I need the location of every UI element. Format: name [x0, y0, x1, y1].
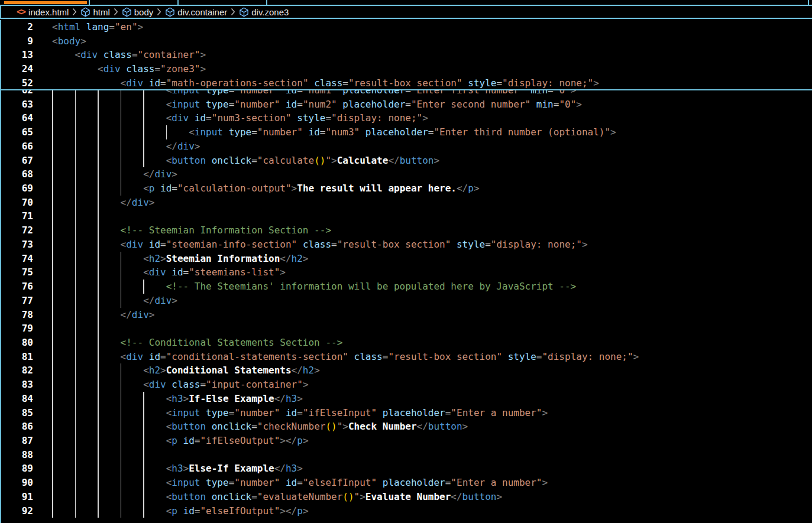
code-line[interactable]: 64 <div id="num3-section" style="display… [1, 111, 812, 125]
code-line[interactable]: 74 <h2>Steemian Information</h2> [1, 252, 812, 266]
code-line[interactable]: 76 <!-- The Steemians' information will … [1, 280, 812, 294]
code-text[interactable]: <html lang="en"> [52, 21, 143, 33]
line-number[interactable]: 90 [1, 476, 33, 490]
code-text[interactable]: <button onclick="evaluateNumber()">Evalu… [52, 491, 502, 502]
code-text[interactable]: <div id="math-operations-section" class=… [52, 77, 599, 89]
code-line[interactable]: 81 <div id="conditional-statements-secti… [1, 350, 812, 364]
code-line[interactable]: 72 <!-- Steemian Information Section --> [1, 223, 812, 238]
line-number[interactable]: 86 [1, 420, 33, 434]
line-number[interactable]: 76 [1, 280, 33, 294]
breadcrumb-item-div-zone3[interactable]: div.zone3 [239, 7, 289, 17]
code-line[interactable]: 67 <button onclick="calculate()">Calcula… [1, 154, 812, 168]
code-text[interactable]: <p id="ifElseOutput"></p> [52, 435, 309, 446]
line-number[interactable]: 79 [1, 321, 33, 336]
tab-active[interactable] [0, 0, 90, 5]
line-number[interactable]: 2 [1, 20, 33, 34]
code-line[interactable]: 70 </div> [1, 196, 812, 210]
code-text[interactable]: <input type="number" id="elseIfInput" pl… [52, 477, 548, 488]
breadcrumb-item-div-container[interactable]: div.container [165, 7, 227, 17]
code-line[interactable]: 82 <h2>Conditional Statements</h2> [1, 363, 812, 378]
code-text[interactable]: <p id="elseIfOutput"></p> [52, 505, 309, 516]
code-line[interactable]: 89 <h3>Else-If Example</h3> [1, 462, 812, 476]
code-text[interactable]: <h3>If-Else Example</h3> [52, 393, 303, 404]
tab[interactable] [179, 0, 267, 5]
line-number[interactable]: 75 [1, 265, 33, 280]
code-text[interactable]: <div class="container"> [52, 49, 206, 60]
code-line[interactable]: 87 <p id="ifElseOutput"></p> [1, 434, 812, 448]
line-number[interactable]: 65 [1, 125, 33, 139]
line-number[interactable]: 82 [1, 363, 33, 378]
code-line[interactable]: 68 </div> [1, 167, 812, 181]
line-number[interactable]: 74 [1, 252, 33, 266]
breadcrumb-item-body[interactable]: body [122, 7, 154, 17]
line-number[interactable]: 71 [1, 209, 33, 223]
breadcrumb-file[interactable]: <> index.html [17, 7, 69, 17]
code-text[interactable]: <!-- The Steemians' information will be … [52, 281, 576, 292]
code-text[interactable]: <button onclick="checkNumber()">Check Nu… [52, 421, 468, 432]
code-line[interactable]: 13 <div class="container"> [1, 48, 812, 62]
line-number[interactable]: 24 [1, 62, 33, 76]
code-line[interactable]: 92 <p id="elseIfOutput"></p> [1, 504, 812, 518]
code-text[interactable]: <div id="steemians-list"> [52, 267, 286, 278]
line-number[interactable]: 13 [1, 48, 33, 62]
line-number[interactable]: 66 [1, 139, 33, 154]
line-number[interactable]: 91 [1, 490, 33, 504]
code-text[interactable]: <body> [52, 35, 86, 47]
code-line[interactable]: 9<body> [1, 34, 812, 48]
line-number[interactable]: 70 [1, 196, 33, 210]
code-line[interactable]: 77 </div> [1, 294, 812, 308]
code-line[interactable]: 88 [1, 448, 812, 462]
line-number[interactable]: 87 [1, 434, 33, 448]
breadcrumb-item-html[interactable]: html [80, 7, 109, 17]
line-number[interactable]: 67 [1, 154, 33, 168]
code-text[interactable]: <input type="number" id="num2" placehold… [52, 99, 582, 110]
line-number[interactable]: 84 [1, 392, 33, 406]
code-text[interactable]: </div> [52, 197, 154, 208]
code-line[interactable]: 84 <h3>If-Else Example</h3> [1, 392, 812, 406]
line-number[interactable]: 68 [1, 167, 33, 181]
line-number[interactable]: 9 [1, 34, 33, 48]
line-number[interactable]: 64 [1, 111, 33, 125]
line-number[interactable]: 89 [1, 462, 33, 476]
code-line[interactable]: 66 </div> [1, 139, 812, 154]
line-number[interactable]: 85 [1, 406, 33, 420]
line-number[interactable]: 80 [1, 336, 33, 350]
code-text[interactable]: </div> [52, 295, 177, 306]
code-text[interactable]: <!-- Steemian Information Section --> [52, 225, 331, 236]
line-number[interactable]: 52 [1, 76, 33, 90]
code-line[interactable]: 91 <button onclick="evaluateNumber()">Ev… [1, 490, 812, 504]
line-number[interactable]: 88 [1, 448, 33, 462]
code-line[interactable]: 83 <div class="input-container"> [1, 378, 812, 392]
code-text[interactable]: <h3>Else-If Example</h3> [52, 463, 303, 474]
code-line[interactable]: 79 [1, 321, 812, 336]
code-text[interactable] [52, 449, 166, 460]
code-text[interactable]: <h2>Steemian Information</h2> [52, 253, 309, 264]
code-text[interactable]: <div class="input-container"> [52, 379, 309, 390]
code-text[interactable]: </div> [52, 309, 154, 320]
code-text[interactable]: <!-- Conditional Statements Section --> [52, 337, 342, 348]
code-line[interactable]: 52 <div id="math-operations-section" cla… [1, 76, 812, 90]
code-text[interactable]: <div id="steemian-info-section" class="r… [52, 239, 588, 250]
line-number[interactable]: 77 [1, 294, 33, 308]
code-line[interactable]: 63 <input type="number" id="num2" placeh… [1, 98, 812, 112]
line-number[interactable]: 83 [1, 378, 33, 392]
line-number[interactable]: 92 [1, 504, 33, 518]
code-line[interactable]: 80 <!-- Conditional Statements Section -… [1, 336, 812, 350]
code-line[interactable]: 90 <input type="number" id="elseIfInput"… [1, 476, 812, 490]
code-line[interactable]: 71 [1, 209, 812, 223]
code-text[interactable]: <div class="zone3"> [52, 63, 206, 74]
code-text[interactable]: <div id="conditional-statements-section"… [52, 351, 639, 362]
code-line[interactable]: 78 </div> [1, 308, 812, 322]
line-number[interactable]: 69 [1, 181, 33, 196]
code-text[interactable]: </div> [52, 168, 177, 180]
code-line[interactable]: 75 <div id="steemians-list"> [1, 265, 812, 280]
line-number[interactable]: 78 [1, 308, 33, 322]
code-line[interactable]: 24 <div class="zone3"> [1, 62, 812, 76]
code-line[interactable]: 86 <button onclick="checkNumber()">Check… [1, 420, 812, 434]
code-line[interactable]: 65 <input type="number" id="num3" placeh… [1, 125, 812, 139]
code-line[interactable]: 85 <input type="number" id="ifElseInput"… [1, 406, 812, 420]
code-text[interactable] [52, 323, 121, 334]
code-text[interactable] [52, 210, 121, 222]
line-number[interactable]: 63 [1, 98, 33, 112]
code-text[interactable]: <input type="number" id="ifElseInput" pl… [52, 407, 548, 418]
